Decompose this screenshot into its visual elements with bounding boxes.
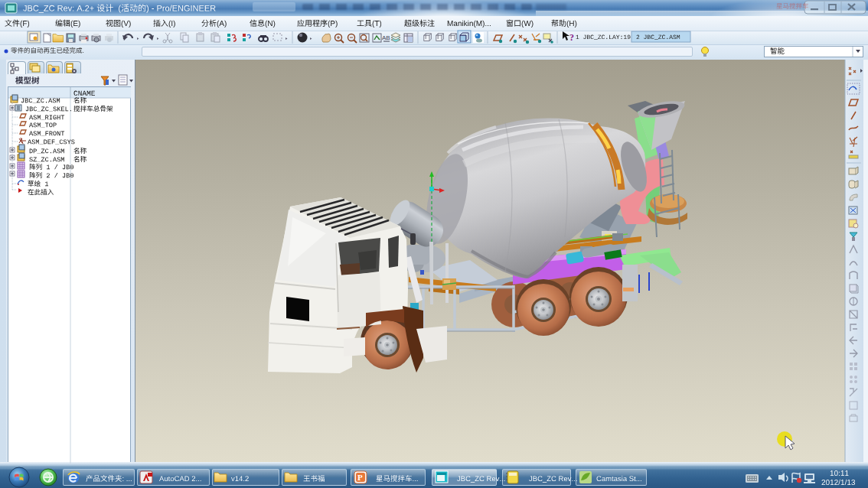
svg-text:P: P: [357, 473, 363, 482]
svg-text:?: ?: [569, 32, 574, 43]
svg-text:AB: AB: [382, 34, 390, 41]
